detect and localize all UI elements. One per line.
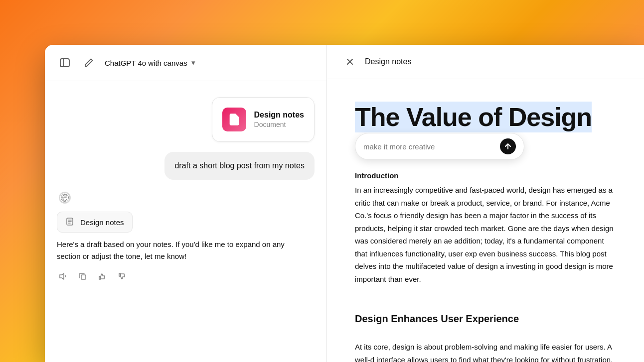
document-header: Design notes <box>327 45 644 79</box>
chat-header: ChatGPT 4o with canvas ▾ <box>45 45 326 81</box>
close-document-button[interactable] <box>343 55 357 69</box>
svg-rect-10 <box>81 275 86 279</box>
design-notes-badge-label: Design notes <box>80 218 124 227</box>
file-attachment-card[interactable]: Design notes Document <box>212 97 315 142</box>
edit-submit-button[interactable] <box>500 138 516 154</box>
main-container: ChatGPT 4o with canvas ▾ Design notes <box>45 45 644 362</box>
assistant-response-text: Here's a draft based on your notes. If y… <box>57 239 296 262</box>
design-notes-reference-badge[interactable]: Design notes <box>57 212 133 233</box>
intro-section: Introduction In an increasingly competit… <box>355 171 616 285</box>
message-action-icons <box>57 270 315 282</box>
inline-edit-popup[interactable] <box>355 133 524 160</box>
intro-label: Introduction <box>355 171 616 180</box>
file-info: Design notes Document <box>254 111 304 128</box>
thumbs-up-icon[interactable] <box>97 270 109 282</box>
new-chat-button[interactable] <box>81 55 97 71</box>
sidebar-toggle-button[interactable] <box>57 55 73 71</box>
model-selector[interactable]: ChatGPT 4o with canvas ▾ <box>105 58 195 67</box>
section2-text: At its core, design is about problem-sol… <box>355 341 616 362</box>
section2: Design Enhances User Experience At its c… <box>355 313 616 362</box>
file-icon <box>222 108 246 131</box>
svg-rect-13 <box>119 273 121 276</box>
chat-messages: Design notes Document draft a short blog… <box>45 81 326 362</box>
openai-logo <box>57 190 73 206</box>
file-type: Document <box>254 121 304 128</box>
chat-panel: ChatGPT 4o with canvas ▾ Design notes <box>45 45 326 362</box>
svg-rect-12 <box>99 276 101 279</box>
file-name: Design notes <box>254 111 304 120</box>
svg-rect-0 <box>60 59 69 67</box>
model-name: ChatGPT 4o with canvas <box>105 59 187 67</box>
copy-icon[interactable] <box>77 270 89 282</box>
svg-marker-9 <box>60 273 64 279</box>
document-title: Design notes <box>365 57 411 66</box>
section2-title: Design Enhances User Experience <box>355 313 616 325</box>
document-content: The Value of Design Introduction In an i… <box>327 79 644 362</box>
document-icon <box>227 113 241 126</box>
inline-edit-input[interactable] <box>363 142 496 151</box>
volume-icon[interactable] <box>57 270 69 282</box>
assistant-section: Design notes Here's a draft based on you… <box>57 190 315 282</box>
title-edit-section: The Value of Design <box>355 103 616 131</box>
doc-badge-icon <box>65 217 75 227</box>
user-message-bubble: draft a short blog post from my notes <box>164 152 315 180</box>
user-message-text: draft a short blog post from my notes <box>174 161 305 170</box>
document-main-title: The Value of Design <box>355 103 616 131</box>
intro-text: In an increasingly competitive and fast-… <box>355 184 616 285</box>
thumbs-down-icon[interactable] <box>117 270 129 282</box>
document-panel: Design notes The Value of Design <box>326 45 644 362</box>
chevron-down-icon: ▾ <box>191 58 195 67</box>
